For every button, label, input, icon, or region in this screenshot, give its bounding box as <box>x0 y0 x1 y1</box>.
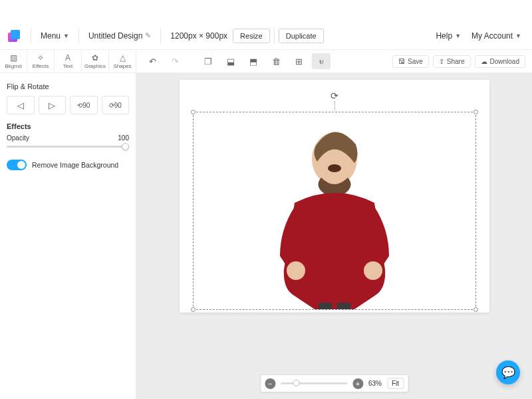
snap-button[interactable]: ᵾ <box>312 53 331 69</box>
share-button[interactable]: ⇪Share <box>433 55 471 68</box>
resize-handle[interactable] <box>473 307 478 312</box>
rotate-left-button[interactable]: ⟲90 <box>70 96 98 114</box>
tab-bkgrnd[interactable]: ▧Bkgrnd <box>0 50 27 72</box>
resize-handle[interactable] <box>191 307 196 312</box>
tab-shapes[interactable]: △Shapes <box>109 50 136 72</box>
design-canvas[interactable]: ⟳ <box>180 80 489 313</box>
chat-icon: 💬 <box>501 366 515 380</box>
svg-point-2 <box>287 261 305 280</box>
selection-box[interactable] <box>193 112 476 310</box>
remove-bg-label: Remove Image Background <box>32 161 118 169</box>
resize-button[interactable]: Resize <box>233 29 270 43</box>
opacity-slider[interactable] <box>7 146 129 148</box>
download-icon: ☁ <box>481 58 487 65</box>
help-dropdown[interactable]: Help▼ <box>430 29 466 43</box>
svg-point-3 <box>364 261 382 280</box>
design-title[interactable]: Untitled Design✎ <box>83 29 156 43</box>
app-logo <box>8 30 20 42</box>
flip-horizontal-button[interactable]: ◁ <box>7 96 35 114</box>
canvas-area: ⟳ <box>136 73 532 399</box>
zoom-in-button[interactable]: + <box>352 378 363 389</box>
svg-rect-4 <box>319 303 332 309</box>
menu-dropdown[interactable]: Menu▼ <box>35 29 74 43</box>
bring-front-button[interactable]: ⬒ <box>244 53 263 69</box>
shapes-icon: △ <box>120 53 126 63</box>
effects-heading: Effects <box>7 122 129 130</box>
canvas-dimensions: 1200px × 900px <box>165 29 233 43</box>
duplicate-button[interactable]: Duplicate <box>279 29 324 43</box>
resize-handle[interactable] <box>473 110 478 114</box>
top-bar: Menu▼ Untitled Design✎ 1200px × 900px Re… <box>0 23 532 49</box>
copy-button[interactable]: ❐ <box>199 53 217 69</box>
zoom-percent: 63% <box>368 380 382 387</box>
svg-point-1 <box>328 164 341 172</box>
delete-button[interactable]: 🗑 <box>267 53 285 69</box>
flip-vertical-button[interactable]: ▷ <box>39 96 66 114</box>
opacity-value: 100 <box>118 134 129 142</box>
effects-icon: ✧ <box>37 53 44 63</box>
background-icon: ▧ <box>10 53 17 63</box>
send-back-button[interactable]: ⬓ <box>221 53 240 69</box>
opacity-label: Opacity <box>7 134 29 142</box>
tab-graphics[interactable]: ✿Graphics <box>82 50 109 72</box>
zoom-slider[interactable] <box>281 382 347 384</box>
left-sidebar: Flip & Rotate ◁ ▷ ⟲90 ⟳90 Effects Opacit… <box>0 73 136 399</box>
zoom-bar: − + 63% Fit <box>260 374 408 392</box>
image-content[interactable] <box>255 116 414 309</box>
flip-rotate-heading: Flip & Rotate <box>7 82 129 90</box>
rotate-handle-icon[interactable]: ⟳ <box>331 90 338 101</box>
redo-button[interactable]: ↷ <box>166 53 184 69</box>
zoom-out-button[interactable]: − <box>265 378 275 389</box>
resize-handle[interactable] <box>191 110 196 114</box>
tab-text[interactable]: AText <box>55 50 82 72</box>
account-dropdown[interactable]: My Account▼ <box>466 29 527 43</box>
zoom-fit-button[interactable]: Fit <box>387 378 404 389</box>
help-fab[interactable]: 💬 <box>496 360 520 384</box>
remove-bg-toggle[interactable] <box>7 160 27 170</box>
grid-button[interactable]: ⊞ <box>289 53 308 69</box>
svg-rect-5 <box>337 303 350 309</box>
download-button[interactable]: ☁Download <box>475 55 525 68</box>
graphics-icon: ✿ <box>92 53 98 63</box>
undo-button[interactable]: ↶ <box>143 53 162 69</box>
share-icon: ⇪ <box>439 58 444 65</box>
text-icon: A <box>65 53 70 63</box>
save-button[interactable]: 🖫Save <box>392 55 429 68</box>
tool-tabs: ▧Bkgrnd ✧Effects AText ✿Graphics △Shapes… <box>0 49 532 73</box>
tab-effects[interactable]: ✧Effects <box>27 50 55 72</box>
save-icon: 🖫 <box>398 58 405 65</box>
rotate-right-button[interactable]: ⟳90 <box>102 96 130 114</box>
